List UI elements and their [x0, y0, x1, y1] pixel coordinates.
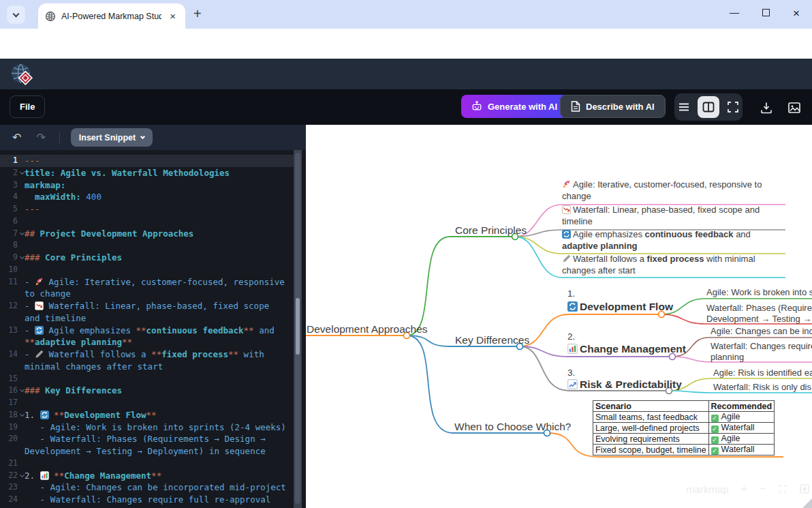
describe-with-ai-button[interactable]: Describe with AI: [560, 95, 666, 118]
fold-chevron-icon[interactable]: [20, 254, 25, 259]
code-line[interactable]: 13- Agile emphasizes **continuous feedba…: [0, 325, 294, 349]
line-number: 24: [0, 494, 18, 508]
editor-scrollbar-inner-thumb[interactable]: [296, 298, 300, 355]
code-line[interactable]: 7## Project Development Approaches: [0, 228, 294, 240]
line-number: 20: [0, 433, 18, 458]
fold-chevron-icon[interactable]: [20, 170, 25, 175]
map-leaf-agile-feedback[interactable]: Agile emphasizes continuous feedback and…: [562, 229, 788, 252]
fold-chevron-icon[interactable]: [20, 387, 25, 392]
map-leaf-waterfall-phases-1[interactable]: Waterfall: Phases (Requirements → Design…: [706, 303, 812, 313]
fold-chevron-icon[interactable]: [20, 472, 25, 477]
code-line[interactable]: 4 maxWidth: 400: [0, 191, 294, 203]
map-node-when-to-choose[interactable]: When to Choose Which?: [454, 421, 571, 433]
code-editor[interactable]: 1---2title: Agile vs. Waterfall Methodol…: [0, 150, 294, 508]
map-node-change-management[interactable]: Change Management: [567, 343, 686, 355]
code-line[interactable]: 12- Waterfall: Linear, phase-based, fixe…: [0, 300, 294, 325]
line-number: 12: [0, 300, 18, 325]
map-leaf-waterfall-risk[interactable]: Waterfall: Risk is only dis: [713, 382, 811, 392]
tab-close-icon[interactable]: ×: [167, 10, 178, 23]
code-line[interactable]: 14- Waterfall follows a **fixed process*…: [0, 348, 294, 373]
map-item-number: 1.: [567, 288, 575, 299]
check-icon: ✓: [711, 425, 719, 433]
browser-tab[interactable]: AI-Powered Markmap Studio ×: [38, 3, 185, 29]
fold-chevron-icon[interactable]: [20, 412, 25, 417]
map-node-risk-predictability[interactable]: Risk & Predictability: [567, 378, 682, 391]
new-tab-button[interactable]: +: [193, 6, 202, 22]
fullscreen-icon[interactable]: [727, 101, 739, 113]
map-root-node[interactable]: Development Approaches: [307, 323, 428, 335]
editor-toolbar: ↶ ↷ Insert Snippet: [0, 125, 306, 150]
map-leaf-agile-sprints[interactable]: Agile: Work is broken into sprints (2-4 …: [706, 287, 812, 297]
arrows-cycle-icon: [567, 301, 578, 312]
code-line[interactable]: 15: [0, 373, 294, 385]
scenario-table[interactable]: Scenario Recommended Small teams, fast f…: [593, 400, 775, 455]
code-line[interactable]: 23 - Agile: Changes can be incorporated …: [0, 481, 294, 494]
code-line[interactable]: 16### Key Differences: [0, 385, 294, 397]
resize-grip[interactable]: [802, 498, 812, 508]
map-leaf-agile-changes[interactable]: Agile: Changes can be incorporated mid-p…: [710, 326, 812, 336]
export-image-icon[interactable]: [787, 101, 801, 115]
map-item-number: 3.: [567, 368, 575, 378]
map-leaf-waterfall-linear[interactable]: Waterfall: Linear, phase-based, fixed sc…: [562, 205, 788, 227]
file-menu-button[interactable]: File: [10, 95, 45, 118]
map-leaf-agile-iterative[interactable]: Agile: Iterative, customer-focused, resp…: [562, 179, 788, 202]
rocket-icon: [562, 180, 571, 189]
table-header-recommended: Recommended: [708, 401, 775, 412]
code-line[interactable]: 222. **Change Management**: [0, 470, 294, 482]
code-line[interactable]: 6: [0, 215, 294, 228]
line-number: 17: [0, 397, 18, 409]
fit-view-icon[interactable]: [778, 484, 787, 494]
code-line[interactable]: 8: [0, 239, 294, 252]
code-line[interactable]: 19 - Agile: Work is broken into sprints …: [0, 421, 294, 434]
code-line[interactable]: 10: [0, 264, 294, 276]
code-line[interactable]: 5---: [0, 203, 294, 215]
map-leaf-waterfall-changes-1[interactable]: Waterfall: Changes require full re-appro…: [710, 341, 812, 351]
recurse-icon[interactable]: [800, 484, 809, 494]
code-line[interactable]: 3markmap:: [0, 179, 294, 192]
table-row: Evolving requirements ✓Agile: [593, 434, 775, 445]
map-leaf-waterfall-fixed[interactable]: Waterfall follows a fixed process with m…: [562, 254, 788, 276]
map-node-key-differences[interactable]: Key Differences: [455, 334, 529, 346]
code-line[interactable]: 181. **Development Flow**: [0, 409, 294, 421]
markmap-canvas[interactable]: Development Approaches Core Principles K…: [306, 125, 812, 508]
map-node-development-flow[interactable]: Development Flow: [567, 301, 673, 313]
code-line[interactable]: 11- Agile: Iterative, customer-focused, …: [0, 276, 294, 301]
editor-view-icon[interactable]: [678, 101, 690, 113]
code-line[interactable]: 2title: Agile vs. Waterfall Methodologie…: [0, 167, 294, 179]
zoom-in-icon[interactable]: +: [741, 483, 747, 495]
line-number: 14: [0, 348, 18, 373]
window-maximize-icon[interactable]: [762, 9, 770, 16]
line-number: 6: [0, 215, 18, 228]
download-icon[interactable]: [760, 101, 773, 115]
window-close-icon[interactable]: ×: [793, 7, 800, 20]
markdown-editor-panel: ↶ ↷ Insert Snippet 1---2title: Agile vs.…: [0, 125, 306, 508]
code-line[interactable]: 1---: [0, 155, 294, 167]
undo-icon[interactable]: ↶: [12, 131, 21, 144]
code-line[interactable]: 9### Core Principles: [0, 252, 294, 264]
arrows-cycle-icon: [562, 230, 571, 239]
fold-chevron-icon[interactable]: [20, 230, 25, 235]
tab-search-button[interactable]: [7, 5, 25, 24]
map-node-core-principles[interactable]: Core Principles: [455, 224, 527, 237]
markmap-brand[interactable]: markmap: [686, 483, 729, 495]
code-line[interactable]: 17: [0, 397, 294, 409]
table-header-scenario: Scenario: [593, 401, 709, 412]
map-leaf-waterfall-phases-2[interactable]: Development → Testing → Deployment) in s…: [706, 314, 812, 324]
rocket-icon: [35, 278, 44, 286]
line-number: 5: [0, 203, 18, 215]
zoom-out-icon[interactable]: −: [760, 483, 766, 495]
code-line[interactable]: 21: [0, 458, 294, 470]
generate-with-ai-button[interactable]: Generate with AI: [461, 95, 567, 118]
redo-icon[interactable]: ↷: [36, 131, 45, 144]
window-minimize-icon[interactable]: —: [730, 7, 739, 20]
code-line[interactable]: 24 - Waterfall: Changes require full re-…: [0, 494, 294, 508]
map-leaf-waterfall-changes-2[interactable]: planning: [710, 352, 744, 362]
map-leaf-agile-risk[interactable]: Agile: Risk is identified ea: [713, 368, 812, 378]
split-view-icon[interactable]: [698, 96, 719, 118]
code-line[interactable]: 20 - Waterfall: Phases (Requirements → D…: [0, 433, 294, 458]
check-icon: ✓: [711, 447, 719, 455]
bar-chart-icon: [567, 344, 578, 354]
line-number: 10: [0, 264, 18, 276]
insert-snippet-button[interactable]: Insert Snippet: [71, 128, 153, 147]
line-number: 19: [0, 421, 18, 434]
